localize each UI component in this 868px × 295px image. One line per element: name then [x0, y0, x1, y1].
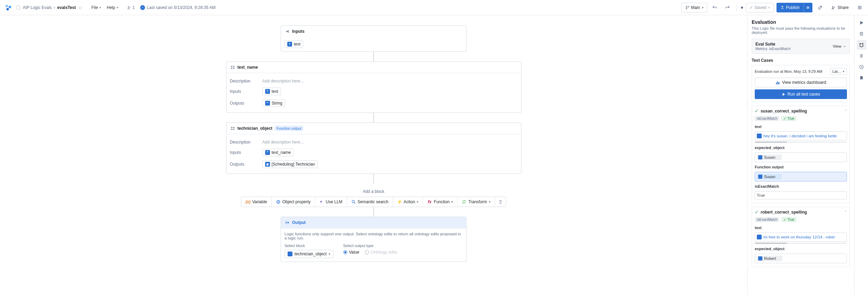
field-label-function-output: Function output	[755, 165, 847, 169]
overflow-scrollbar[interactable]	[755, 141, 847, 143]
suite-title: Eval Suite	[755, 42, 791, 47]
run-timestamp: Evaluation run at Mon, May 13, 9:29 AM	[755, 69, 828, 74]
branch-selector[interactable]: Main ▾	[682, 3, 707, 12]
rail-evaluation-button[interactable]	[857, 40, 866, 50]
inputs-label: Inputs	[230, 150, 258, 155]
chevron-down-icon: ▾	[489, 200, 491, 204]
run-all-test-cases-button[interactable]: Run all test cases	[755, 89, 847, 99]
svg-point-6	[686, 6, 687, 7]
function-output-value-box[interactable]: Susan	[755, 172, 847, 181]
test-case-susan: ✓ susan_correct_spelling ⌃ isExactMatch …	[752, 106, 850, 203]
add-block-label: Add a block	[363, 189, 385, 194]
rail-bookmark-button[interactable]	[857, 73, 866, 83]
breadcrumb: AIP Logic Evals › evalsTest ☆	[16, 5, 83, 10]
breadcrumb-current: evalsTest	[57, 5, 76, 10]
text-value-box[interactable]: im free to work on thursday 12/14. -robe…	[755, 233, 847, 242]
input-chip[interactable]: ❝text_name	[262, 149, 294, 156]
variable-icon: (x)	[245, 199, 250, 204]
inputs-card[interactable]: Inputs Ttext	[281, 26, 466, 52]
connector	[373, 207, 374, 217]
input-chip[interactable]: Ttext	[262, 88, 281, 95]
menu-file[interactable]: File▾	[89, 4, 103, 11]
redo-button[interactable]	[723, 3, 732, 12]
field-label-text: text	[755, 125, 847, 129]
radio-value[interactable]: Value	[343, 250, 359, 255]
svg-point-32	[860, 54, 861, 55]
rail-settings-button[interactable]	[857, 51, 866, 61]
svg-point-27	[352, 200, 354, 203]
more-menu-button[interactable]	[855, 3, 865, 12]
svg-point-1	[9, 6, 11, 8]
saved-button[interactable]: ✓ Saved ▾	[746, 3, 774, 12]
logic-canvas[interactable]: Inputs Ttext text_name DescriptionAdd de…	[0, 15, 747, 295]
radio-ontology-edits[interactable]: Ontology edits	[365, 250, 397, 255]
input-chip-text[interactable]: Ttext	[284, 40, 303, 48]
output-chip[interactable]: ◼[Scheduling] Technician	[262, 160, 318, 168]
sliders-icon	[806, 6, 810, 10]
rail-history-button[interactable]	[857, 62, 866, 72]
expected-value-box[interactable]: Robert	[755, 254, 847, 263]
chart-icon	[775, 80, 780, 85]
chevron-up-icon: ⌃	[844, 109, 847, 113]
string-icon: ❝	[265, 150, 270, 155]
description-placeholder[interactable]: Add description here…	[262, 79, 305, 83]
chevron-down-icon: ▾	[451, 200, 453, 204]
svg-rect-3	[17, 6, 20, 9]
expected-value-box[interactable]: Susan	[755, 153, 847, 162]
svg-rect-29	[777, 81, 778, 84]
tool-semantic-search[interactable]: Semantic search	[347, 197, 393, 207]
view-metrics-dashboard-button[interactable]: View metrics dashboard	[755, 78, 847, 87]
node-text-name[interactable]: text_name DescriptionAdd description her…	[226, 61, 521, 113]
publish-settings-button[interactable]	[803, 3, 812, 12]
svg-rect-14	[858, 6, 862, 7]
menu-help[interactable]: Help▾	[105, 4, 120, 11]
svg-rect-19	[231, 68, 232, 69]
select-block-dropdown[interactable]: technician_object ▾	[284, 250, 334, 258]
output-chip[interactable]: ❝String	[262, 99, 285, 107]
tool-action[interactable]: ⚡Action▾	[393, 197, 423, 207]
type-icon: T	[265, 89, 270, 94]
eval-suite-box: Eval Suite Metrics: isExactMatch View→	[752, 39, 850, 54]
panel-subtitle: This Logic file must pass the following …	[752, 26, 850, 35]
field-label-expected: expected_object	[755, 146, 847, 150]
tool-use-llm[interactable]: ✦Use LLM	[315, 197, 347, 207]
publish-button[interactable]: Publish	[777, 3, 803, 12]
output-card[interactable]: Output Logic functions only support one …	[281, 217, 466, 262]
play-icon	[782, 92, 785, 96]
description-placeholder[interactable]: Add description here…	[262, 140, 305, 145]
connector	[373, 174, 374, 184]
tool-function[interactable]: fxFunction▾	[423, 197, 457, 207]
test-case-header[interactable]: ✓ robert_correct_spelling ⌃	[752, 207, 850, 217]
function-icon: fx	[427, 199, 432, 204]
tool-variable[interactable]: (x)Variable	[241, 197, 271, 207]
breadcrumb-parent[interactable]: AIP Logic Evals	[23, 5, 52, 10]
chevron-right-icon: ›	[54, 5, 55, 10]
evaluation-panel: Evaluation This Logic file must pass the…	[747, 15, 854, 295]
tool-delete[interactable]	[495, 197, 506, 207]
run-version-selector[interactable]: Lat…▾	[830, 68, 847, 75]
metric-badge: isExactMatch	[755, 116, 779, 121]
svg-rect-15	[858, 7, 862, 8]
isexactmatch-value-box: True	[755, 191, 847, 199]
select-output-type-label: Select output type	[343, 244, 397, 248]
text-value-box[interactable]: hey it's susan. i decided i am feeling b…	[755, 131, 847, 140]
overflow-scrollbar[interactable]	[755, 243, 847, 244]
branch-icon	[685, 6, 689, 10]
object-icon	[288, 252, 292, 256]
undo-button[interactable]	[710, 3, 720, 12]
test-case-header[interactable]: ✓ susan_correct_spelling ⌃	[752, 106, 850, 116]
view-suite-link[interactable]: View→	[833, 44, 846, 48]
tool-transform[interactable]: Transform▾	[457, 197, 495, 207]
star-icon[interactable]: ☆	[78, 5, 83, 10]
node-title: technician_object	[238, 126, 272, 131]
open-external-button[interactable]	[815, 3, 825, 12]
node-technician-object[interactable]: technician_object Function output Descri…	[226, 122, 521, 174]
panel-title: Evaluation	[752, 19, 850, 25]
block-icon	[230, 65, 235, 70]
share-button[interactable]: Share	[828, 3, 852, 12]
select-block-label: Select block	[284, 244, 334, 248]
rail-debug-button[interactable]	[857, 29, 866, 39]
tool-object-property[interactable]: Object property	[272, 197, 315, 207]
svg-rect-22	[233, 127, 234, 128]
rail-run-button[interactable]	[857, 18, 866, 28]
